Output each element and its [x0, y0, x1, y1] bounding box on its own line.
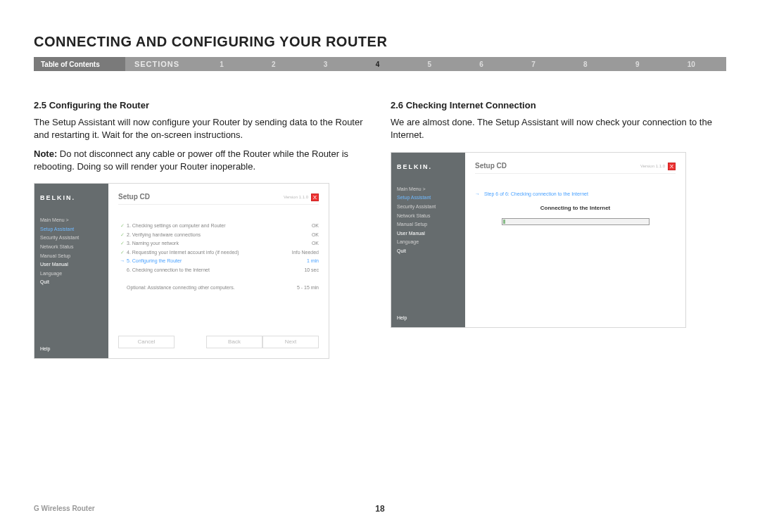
- screenshot-configuring: BELKIN. Main Menu > Setup Assistant Secu…: [34, 183, 329, 359]
- menu-quit[interactable]: Quit: [397, 247, 460, 256]
- sidebar-menu: Main Menu > Setup Assistant Security Ass…: [40, 216, 103, 345]
- step-status: OK: [284, 239, 319, 248]
- menu-main[interactable]: Main Menu >: [40, 216, 103, 225]
- menu-security-assistant[interactable]: Security Assistant: [40, 234, 103, 243]
- nav-section-2[interactable]: 2: [272, 61, 276, 68]
- screenshot-header: Setup CD Version 1.1.0 X: [118, 191, 319, 205]
- setup-step: ✓4. Requesting your Internet account inf…: [118, 248, 319, 258]
- menu-help[interactable]: Help: [397, 314, 460, 323]
- screenshot-header: Setup CD Version 1.1.0 X: [475, 160, 676, 174]
- nav-section-10[interactable]: 10: [688, 61, 695, 68]
- page-number: 18: [375, 504, 384, 514]
- check-icon: ✓: [118, 222, 127, 231]
- progress-bar: [502, 218, 650, 225]
- version-label: Version 1.1.0: [284, 194, 308, 200]
- menu-language[interactable]: Language: [40, 270, 103, 279]
- step-text: 3. Naming your network: [127, 239, 284, 248]
- setup-step: ✓1. Checking settings on computer and Ro…: [118, 222, 319, 231]
- setup-step: ✓3. Naming your networkOK: [118, 239, 319, 248]
- nav-sections-label: SECTIONS: [125, 57, 189, 71]
- sidebar-menu: Main Menu > Setup Assistant Security Ass…: [397, 185, 460, 314]
- setup-steps-list: ✓1. Checking settings on computer and Ro…: [118, 222, 319, 292]
- screenshot-sidebar: BELKIN. Main Menu > Setup Assistant Secu…: [391, 153, 465, 327]
- step-text: 2. Verifying hardware connections: [127, 231, 284, 240]
- menu-main[interactable]: Main Menu >: [397, 185, 460, 194]
- setup-cd-title: Setup CD: [118, 192, 150, 202]
- nav-section-4[interactable]: 4: [376, 61, 380, 68]
- cancel-button[interactable]: Cancel: [118, 336, 175, 348]
- step-status: 10 sec: [284, 266, 319, 275]
- nav-section-7[interactable]: 7: [531, 61, 536, 68]
- connecting-label: Connecting to the Internet: [475, 204, 676, 212]
- screenshot-checking: BELKIN. Main Menu > Setup Assistant Secu…: [391, 152, 686, 328]
- check-icon: ✓: [118, 239, 127, 248]
- screenshot-main: Setup CD Version 1.1.0 X ✓1. Checking se…: [108, 184, 329, 358]
- menu-quit[interactable]: Quit: [40, 278, 103, 287]
- note-text: Note: Do not disconnect any cable or pow…: [34, 148, 369, 173]
- step-text: 5. Configuring the Router: [127, 257, 284, 266]
- body-text: We are almost done. The Setup Assistant …: [391, 116, 726, 141]
- setup-cd-title: Setup CD: [475, 161, 507, 171]
- page-title: CONNECTING AND CONFIGURING YOUR ROUTER: [0, 0, 760, 57]
- setup-step: 6. Checking connection to the Internet10…: [118, 266, 319, 275]
- menu-manual-setup[interactable]: Manual Setup: [40, 252, 103, 261]
- step-status: 1 min: [284, 257, 319, 266]
- arrow-icon: →: [475, 191, 480, 198]
- product-name: G Wireless Router: [34, 505, 95, 512]
- arrow-icon: →: [118, 257, 127, 266]
- version-label: Version 1.1.0: [640, 163, 665, 169]
- section-heading-2-6: 2.6 Checking Internet Connection: [391, 99, 726, 112]
- note-label: Note:: [34, 148, 57, 159]
- back-button[interactable]: Back: [206, 336, 262, 348]
- step-text: 1. Checking settings on computer and Rou…: [127, 222, 284, 231]
- page-footer: G Wireless Router 18: [34, 505, 726, 512]
- optional-step: Optional: Assistance connecting other co…: [118, 284, 319, 293]
- nav-section-6[interactable]: 6: [479, 61, 483, 68]
- nav-toc[interactable]: Table of Contents: [34, 57, 125, 71]
- setup-step: →5. Configuring the Router1 min: [118, 257, 319, 266]
- menu-user-manual[interactable]: User Manual: [40, 260, 103, 270]
- nav-section-5[interactable]: 5: [428, 61, 432, 68]
- nav-section-3[interactable]: 3: [324, 61, 328, 68]
- menu-help[interactable]: Help: [40, 345, 103, 354]
- close-icon[interactable]: X: [668, 163, 676, 170]
- menu-setup-assistant[interactable]: Setup Assistant: [40, 225, 103, 234]
- next-button[interactable]: Next: [262, 336, 319, 348]
- step-status: Info Needed: [284, 248, 319, 258]
- step-text: 4. Requesting your Internet account info…: [127, 248, 284, 258]
- check-icon: ✓: [118, 248, 127, 258]
- step-status: 5 - 15 min: [284, 284, 319, 293]
- step-text: Step 6 of 6: Checking connection to the …: [484, 191, 588, 198]
- menu-manual-setup[interactable]: Manual Setup: [397, 220, 460, 229]
- section-nav: Table of Contents SECTIONS 12345678910: [34, 57, 726, 71]
- menu-language[interactable]: Language: [397, 238, 460, 247]
- note-body: Do not disconnect any cable or power off…: [34, 148, 348, 172]
- nav-section-9[interactable]: 9: [635, 61, 640, 68]
- menu-security-assistant[interactable]: Security Assistant: [397, 203, 460, 212]
- nav-numbers: 12345678910: [189, 57, 726, 71]
- step-status: OK: [284, 222, 319, 231]
- wizard-buttons: Cancel Back Next: [118, 336, 319, 348]
- step-text: Optional: Assistance connecting other co…: [127, 284, 284, 293]
- menu-network-status[interactable]: Network Status: [397, 212, 460, 221]
- section-heading-2-5: 2.5 Configuring the Router: [34, 99, 369, 112]
- menu-setup-assistant[interactable]: Setup Assistant: [397, 194, 460, 203]
- nav-section-8[interactable]: 8: [583, 61, 588, 68]
- screenshot-main: Setup CD Version 1.1.0 X → Step 6 of 6: …: [465, 153, 685, 327]
- step-6-label: → Step 6 of 6: Checking connection to th…: [475, 191, 676, 198]
- belkin-logo: BELKIN.: [397, 161, 460, 172]
- step-text: 6. Checking connection to the Internet: [127, 266, 284, 275]
- menu-network-status[interactable]: Network Status: [40, 243, 103, 252]
- nav-section-1[interactable]: 1: [220, 61, 224, 68]
- setup-step: ✓2. Verifying hardware connectionsOK: [118, 231, 319, 240]
- check-icon: ✓: [118, 231, 127, 240]
- left-column: 2.5 Configuring the Router The Setup Ass…: [34, 99, 369, 359]
- close-icon[interactable]: X: [311, 194, 319, 201]
- body-text: The Setup Assistant will now configure y…: [34, 116, 369, 141]
- menu-user-manual[interactable]: User Manual: [397, 229, 460, 239]
- right-column: 2.6 Checking Internet Connection We are …: [391, 99, 726, 359]
- belkin-logo: BELKIN.: [40, 192, 103, 203]
- step-status: OK: [284, 231, 319, 240]
- screenshot-sidebar: BELKIN. Main Menu > Setup Assistant Secu…: [34, 184, 108, 358]
